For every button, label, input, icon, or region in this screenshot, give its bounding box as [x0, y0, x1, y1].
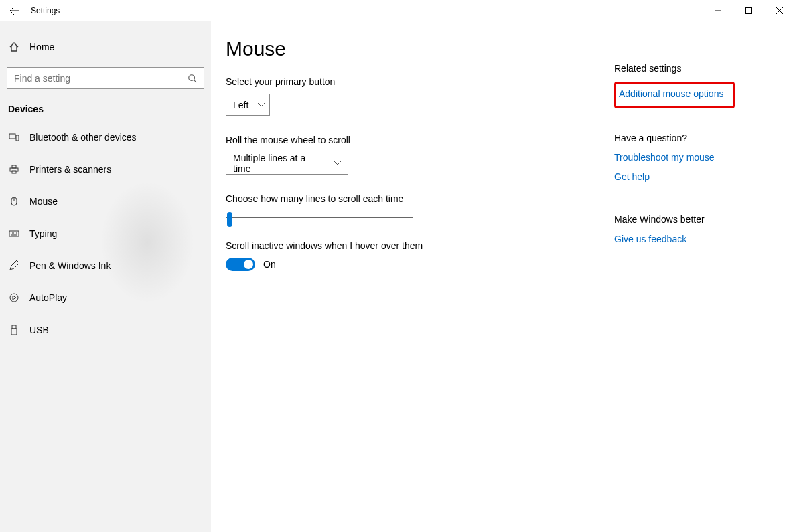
- have-question-heading: Have a question?: [614, 132, 775, 143]
- search-icon: [188, 74, 197, 83]
- chevron-down-icon: [334, 161, 341, 165]
- sidebar-home-label: Home: [29, 41, 54, 52]
- home-icon: [8, 41, 20, 52]
- sidebar-item-usb[interactable]: USB: [0, 314, 211, 346]
- sidebar-home[interactable]: Home: [0, 33, 211, 60]
- search-input[interactable]: [14, 73, 188, 84]
- sidebar-item-label: Pen & Windows Ink: [29, 260, 111, 271]
- arrow-left-icon: [9, 5, 20, 16]
- related-settings-heading: Related settings: [614, 63, 775, 74]
- sidebar-section-header: Devices: [0, 89, 211, 121]
- devices-icon: [8, 132, 20, 143]
- sidebar-item-pen[interactable]: Pen & Windows Ink: [0, 250, 211, 282]
- make-windows-better-heading: Make Windows better: [614, 214, 775, 225]
- slider-track: [226, 217, 413, 218]
- sidebar-item-label: AutoPlay: [29, 292, 67, 303]
- sidebar-item-mouse[interactable]: Mouse: [0, 185, 211, 217]
- additional-mouse-options-highlight: Additional mouse options: [614, 82, 735, 108]
- wheel-scroll-dropdown[interactable]: Multiple lines at a time: [226, 153, 348, 175]
- minimize-icon: [715, 7, 721, 14]
- usb-icon: [8, 325, 20, 335]
- sidebar: Home Devices Bluetooth & other devices P…: [0, 21, 211, 532]
- mouse-icon: [8, 196, 20, 207]
- right-column: Related settings Additional mouse option…: [614, 33, 775, 532]
- svg-rect-3: [16, 135, 19, 141]
- inactive-windows-toggle[interactable]: [226, 258, 255, 271]
- primary-button-value: Left: [233, 100, 248, 110]
- sidebar-item-label: Mouse: [29, 196, 58, 207]
- sidebar-item-autoplay[interactable]: AutoPlay: [0, 282, 211, 314]
- give-feedback-link[interactable]: Give us feedback: [614, 234, 686, 244]
- title-bar: Settings: [0, 0, 795, 21]
- pen-icon: [8, 260, 20, 271]
- troubleshoot-mouse-link[interactable]: Troubleshoot my mouse: [614, 152, 715, 163]
- close-icon: [776, 7, 783, 14]
- svg-rect-10: [12, 325, 16, 329]
- chevron-down-icon: [258, 103, 265, 107]
- sidebar-item-label: Typing: [29, 228, 57, 239]
- additional-mouse-options-link[interactable]: Additional mouse options: [619, 88, 723, 99]
- primary-button-label: Select your primary button: [226, 76, 614, 87]
- svg-rect-0: [746, 8, 752, 14]
- autoplay-icon: [8, 292, 20, 303]
- sidebar-item-label: Printers & scanners: [29, 164, 111, 175]
- inactive-windows-value: On: [263, 259, 276, 270]
- maximize-button[interactable]: [733, 0, 764, 21]
- printer-icon: [8, 164, 20, 175]
- wheel-scroll-value: Multiple lines at a time: [233, 153, 325, 174]
- main-content: Mouse Select your primary button Left Ro…: [226, 33, 614, 532]
- sidebar-item-printers[interactable]: Printers & scanners: [0, 153, 211, 185]
- lines-scroll-label: Choose how many lines to scroll each tim…: [226, 193, 614, 204]
- slider-thumb[interactable]: [227, 212, 232, 227]
- svg-rect-11: [11, 329, 17, 335]
- maximize-icon: [745, 7, 752, 14]
- svg-rect-5: [12, 165, 16, 168]
- svg-point-1: [189, 74, 195, 80]
- svg-rect-2: [9, 134, 15, 139]
- sidebar-item-bluetooth[interactable]: Bluetooth & other devices: [0, 121, 211, 153]
- sidebar-item-label: Bluetooth & other devices: [29, 132, 137, 143]
- close-button[interactable]: [764, 0, 795, 21]
- sidebar-item-typing[interactable]: Typing: [0, 217, 211, 250]
- get-help-link[interactable]: Get help: [614, 171, 650, 182]
- lines-scroll-slider[interactable]: [226, 211, 413, 224]
- inactive-windows-label: Scroll inactive windows when I hover ove…: [226, 240, 614, 251]
- minimize-button[interactable]: [703, 0, 733, 21]
- toggle-knob: [244, 260, 253, 269]
- search-box[interactable]: [7, 67, 204, 89]
- svg-rect-8: [9, 231, 19, 236]
- page-title: Mouse: [226, 37, 614, 60]
- svg-point-9: [10, 294, 18, 302]
- sidebar-item-label: USB: [29, 325, 49, 335]
- wheel-scroll-label: Roll the mouse wheel to scroll: [226, 135, 614, 145]
- keyboard-icon: [8, 228, 20, 239]
- window-title: Settings: [31, 6, 60, 15]
- back-button[interactable]: [0, 0, 29, 21]
- primary-button-dropdown[interactable]: Left: [226, 94, 270, 116]
